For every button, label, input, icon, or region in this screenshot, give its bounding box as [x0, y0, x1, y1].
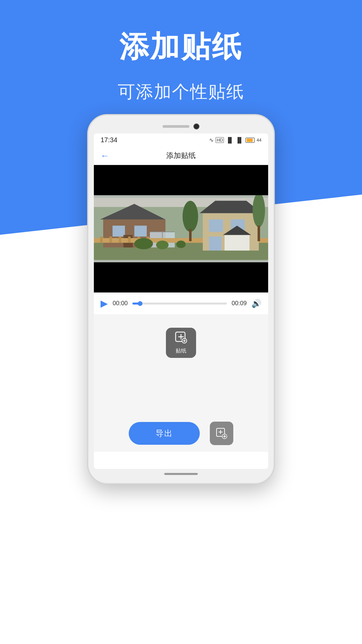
phone-top-bar: [94, 121, 268, 133]
hero-section: 添加贴纸 可添加个性贴纸: [0, 0, 362, 104]
time-current: 00:00: [113, 300, 128, 307]
volume-button[interactable]: 🔊: [251, 299, 261, 308]
status-time: 17:34: [101, 136, 117, 144]
signal1-icon: ▐▌: [226, 137, 234, 143]
wifi-icon: ∿: [209, 137, 214, 143]
svg-rect-12: [100, 236, 103, 243]
svg-rect-20: [209, 219, 223, 232]
export-button[interactable]: 导出: [129, 422, 200, 445]
svg-rect-14: [119, 236, 121, 243]
tool-area: 贴纸: [94, 314, 268, 415]
hd-label: HD: [216, 137, 224, 143]
phone-mockup: 17:34 ∿ HD ▐▌ ▐▌ 44 ← 添加贴纸: [87, 114, 275, 484]
sticker-button[interactable]: 贴纸: [166, 328, 196, 358]
phone-camera: [193, 123, 199, 129]
signal2-icon: ▐▌: [236, 137, 243, 143]
svg-point-25: [183, 201, 198, 232]
hero-title: 添加贴纸: [0, 27, 362, 67]
video-black-bottom: [94, 262, 268, 292]
svg-rect-5: [113, 226, 125, 237]
svg-point-29: [134, 238, 153, 249]
status-bar: 17:34 ∿ HD ▐▌ ▐▌ 44: [94, 133, 268, 147]
phone-outer-shell: 17:34 ∿ HD ▐▌ ▐▌ 44 ← 添加贴纸: [87, 114, 275, 484]
battery-fill: [247, 139, 253, 142]
svg-rect-23: [225, 235, 249, 251]
progress-dot: [138, 301, 142, 306]
hero-subtitle: 可添加个性贴纸: [0, 80, 362, 104]
play-button[interactable]: ▶: [101, 298, 108, 309]
video-black-top: [94, 165, 268, 195]
svg-rect-15: [128, 236, 130, 243]
back-button[interactable]: ←: [101, 151, 109, 161]
phone-bottom-bar: [94, 469, 268, 478]
svg-rect-13: [109, 236, 112, 243]
svg-rect-22: [209, 236, 222, 251]
nav-bar: ← 添加贴纸: [94, 147, 268, 165]
player-controls: ▶ 00:00 00:09 🔊: [94, 292, 268, 314]
add-sticker-button-2[interactable]: [210, 422, 233, 445]
svg-point-31: [176, 240, 186, 248]
svg-point-30: [156, 240, 169, 249]
svg-rect-28: [257, 226, 260, 241]
sticker-icon: [175, 331, 187, 346]
phone-screen: 17:34 ∿ HD ▐▌ ▐▌ 44 ← 添加贴纸: [94, 133, 268, 469]
video-container: [94, 165, 268, 292]
svg-rect-26: [189, 229, 191, 241]
battery-icon: [245, 138, 255, 143]
house-scene: [94, 195, 268, 262]
bottom-action-bar: 导出: [94, 415, 268, 452]
nav-title: 添加贴纸: [166, 151, 196, 161]
status-icons: ∿ HD ▐▌ ▐▌ 44: [209, 137, 261, 143]
home-indicator: [164, 473, 198, 475]
sticker-label: 贴纸: [176, 347, 186, 355]
house-svg: [94, 195, 268, 262]
phone-speaker: [163, 125, 189, 128]
svg-rect-6: [134, 226, 147, 237]
time-total: 00:09: [232, 300, 247, 307]
progress-bar[interactable]: [132, 303, 227, 305]
battery-level: 44: [257, 138, 261, 143]
